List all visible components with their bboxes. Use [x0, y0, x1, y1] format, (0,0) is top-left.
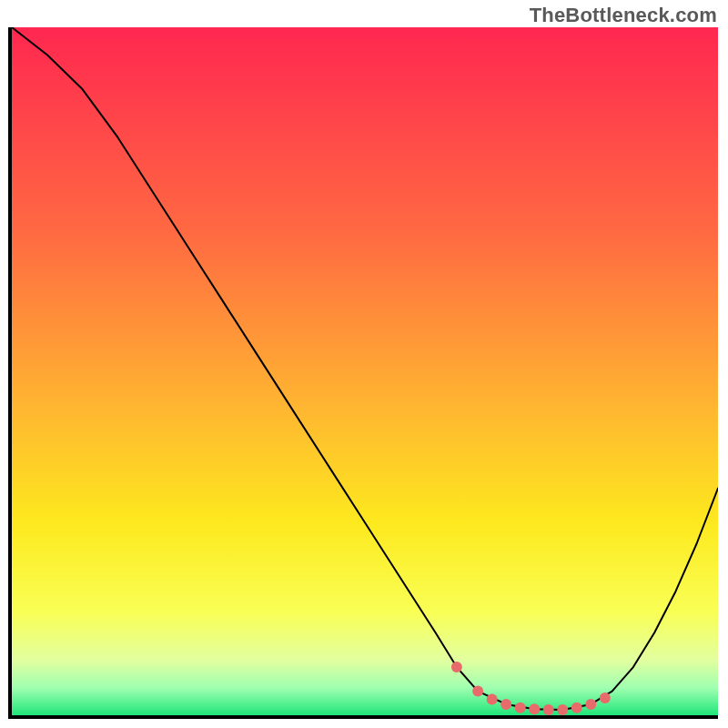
watermark-text: TheBottleneck.com — [530, 4, 717, 27]
plot-background — [12, 27, 718, 715]
plot-svg — [12, 27, 718, 715]
marker-dot — [500, 699, 511, 710]
marker-dot — [557, 704, 568, 715]
chart-container: TheBottleneck.com — [0, 0, 728, 728]
marker-dot — [487, 694, 498, 705]
marker-dot — [451, 662, 462, 672]
marker-dot — [571, 703, 582, 713]
marker-dot — [585, 699, 596, 710]
marker-dot — [515, 703, 526, 713]
marker-dot — [600, 693, 611, 703]
marker-dot — [472, 686, 483, 697]
marker-dot — [529, 703, 540, 714]
marker-dot — [543, 704, 554, 715]
